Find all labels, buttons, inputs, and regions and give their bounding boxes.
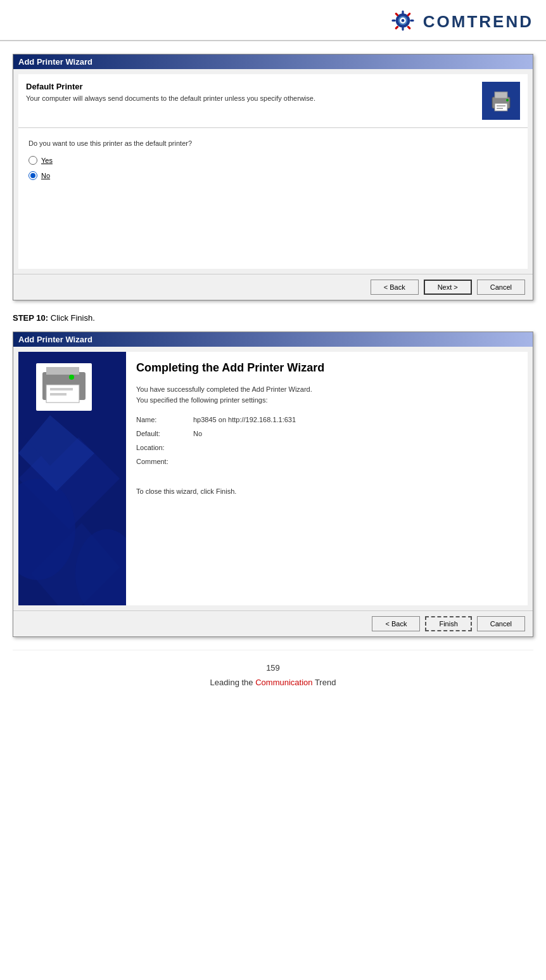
dialog1-header-text: Default Printer Your computer will alway… xyxy=(26,82,476,103)
footer-trend: Trend xyxy=(313,678,336,687)
dialog2-heading: Completing the Add Printer Wizard xyxy=(136,361,517,375)
radio-yes-label[interactable]: Yes xyxy=(41,157,53,164)
dialog1-section-desc: Your computer will always send documents… xyxy=(26,94,476,103)
dialog1-next-button[interactable]: Next > xyxy=(424,280,472,295)
radio-no-dot xyxy=(30,173,35,178)
printer-icon xyxy=(487,87,515,115)
radio-no-label[interactable]: No xyxy=(41,172,50,179)
step10-text: Click Finish. xyxy=(51,313,95,323)
settings-location-label: Location: xyxy=(136,441,181,455)
dialog1-back-button[interactable]: < Back xyxy=(371,280,419,295)
dialog2-desc1: You have successfully completed the Add … xyxy=(136,384,517,405)
printer-icon-box xyxy=(482,82,520,120)
settings-name-value: hp3845 on http://192.168.1.1:631 xyxy=(193,413,296,427)
settings-location-row: Location: xyxy=(136,441,517,455)
dialog2-finish-button[interactable]: Finish xyxy=(425,616,471,631)
main-content: Add Printer Wizard Default Printer Your … xyxy=(0,41,546,706)
radio-yes-text: Yes xyxy=(41,157,53,164)
footer-leading: Leading the xyxy=(210,678,256,687)
dialog2-left-panel xyxy=(18,352,126,605)
radio-no-text: No xyxy=(41,172,50,179)
svg-rect-3 xyxy=(402,27,403,30)
page-footer: 159 Leading the Communication Trend xyxy=(13,650,533,693)
footer-comm: Communication xyxy=(255,678,312,687)
dialog2-desc2-text: You specified the following printer sett… xyxy=(136,396,268,404)
dialog1-divider xyxy=(18,127,528,128)
svg-rect-5 xyxy=(410,20,414,22)
settings-default-label: Default: xyxy=(136,427,181,441)
dialog2-back-button[interactable]: < Back xyxy=(372,616,420,631)
comtrend-logo-icon xyxy=(388,6,418,37)
dialog2-cancel-button[interactable]: Cancel xyxy=(477,616,525,631)
svg-rect-14 xyxy=(495,103,507,111)
settings-comment-label: Comment: xyxy=(136,455,181,468)
radio-yes-circle[interactable] xyxy=(29,156,37,165)
svg-rect-4 xyxy=(391,20,395,22)
svg-rect-9 xyxy=(395,25,399,30)
dialog1-cancel-button[interactable]: Cancel xyxy=(477,280,525,295)
dialog1-question-text: Do you want to use this printer as the d… xyxy=(18,131,528,152)
header: COMTREND xyxy=(0,0,546,41)
svg-point-28 xyxy=(69,375,74,380)
logo-container: COMTREND xyxy=(388,6,533,37)
svg-point-17 xyxy=(506,99,509,101)
dialog1-window: Add Printer Wizard Default Printer Your … xyxy=(13,54,533,300)
dialog2-desc1-text: You have successfully completed the Add … xyxy=(136,385,312,393)
settings-name-row: Name: hp3845 on http://192.168.1.1:631 xyxy=(136,413,517,427)
logo-text: COMTREND xyxy=(423,12,533,32)
dialog1-titlebar: Add Printer Wizard xyxy=(13,55,533,69)
svg-rect-2 xyxy=(402,10,403,14)
logo-text-span: COMTREND xyxy=(423,12,533,31)
radio-no-item[interactable]: No xyxy=(29,171,517,180)
blue-panel-art xyxy=(18,352,126,605)
svg-rect-8 xyxy=(407,25,411,30)
svg-rect-15 xyxy=(497,105,505,106)
step10-label: STEP 10: xyxy=(13,313,48,323)
step10-instruction: STEP 10: Click Finish. xyxy=(13,313,533,323)
footer-tagline: Leading the Communication Trend xyxy=(13,678,533,687)
settings-name-label: Name: xyxy=(136,413,181,427)
dialog2-titlebar: Add Printer Wizard xyxy=(13,332,533,347)
blue-panel-bg xyxy=(18,352,126,605)
dialog1-title-text: Add Printer Wizard xyxy=(18,57,92,67)
dialog1-spacer xyxy=(18,193,528,269)
svg-rect-24 xyxy=(46,367,79,375)
settings-default-row: Default: No xyxy=(136,427,517,441)
svg-rect-26 xyxy=(50,388,73,390)
dialog2-body: Completing the Add Printer Wizard You ha… xyxy=(18,352,528,605)
settings-comment-row: Comment: xyxy=(136,455,517,468)
page-number: 159 xyxy=(13,663,533,673)
dialog2-title-text: Add Printer Wizard xyxy=(18,335,92,344)
dialog2-button-bar: < Back Finish Cancel xyxy=(13,610,533,636)
svg-rect-13 xyxy=(495,92,507,98)
radio-yes-item[interactable]: Yes xyxy=(29,156,517,165)
svg-point-11 xyxy=(401,19,404,22)
svg-rect-16 xyxy=(497,108,503,109)
dialog2-right-panel: Completing the Add Printer Wizard You ha… xyxy=(126,352,528,605)
radio-no-circle[interactable] xyxy=(29,171,37,180)
settings-default-value: No xyxy=(193,427,202,441)
svg-rect-27 xyxy=(50,393,67,396)
dialog1-section-title: Default Printer xyxy=(26,82,476,91)
dialog1-button-bar: < Back Next > Cancel xyxy=(13,274,533,300)
radio-group: Yes No xyxy=(18,152,528,193)
dialog2-footer-text: To close this wizard, click Finish. xyxy=(136,487,517,495)
dialog1-header: Default Printer Your computer will alway… xyxy=(18,74,528,125)
dialog1-body: Default Printer Your computer will alway… xyxy=(18,74,528,269)
dialog2-window: Add Printer Wizard xyxy=(13,332,533,637)
dialog2-settings: Name: hp3845 on http://192.168.1.1:631 D… xyxy=(136,413,517,468)
